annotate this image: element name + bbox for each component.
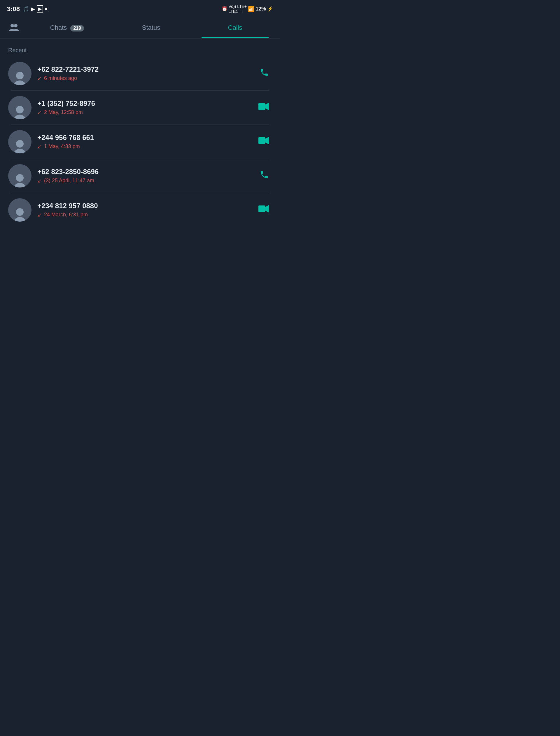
call-item[interactable]: +1 (352) 752-8976 ↙ 2 May, 12:58 pm — [3, 91, 277, 125]
status-bar: 3:08 🎵 ▶ ▶ ⏰ Vo)) LTE+LTE1 ↑↑ 📶 12% ⚡ — [0, 0, 280, 17]
avatar — [8, 198, 31, 222]
incoming-arrow-icon: ↙ — [37, 75, 42, 82]
battery-icon: ⚡ — [267, 6, 273, 12]
call-detail: ↙ (3) 25 April, 11:47 am — [37, 178, 251, 184]
alarm-icon: ⏰ — [222, 6, 227, 12]
svg-marker-7 — [265, 205, 269, 213]
call-info: +1 (352) 752-8976 ↙ 2 May, 12:58 pm — [37, 99, 250, 116]
svg-marker-3 — [265, 103, 269, 110]
battery-text: 12% — [255, 6, 266, 12]
tab-status-label: Status — [142, 24, 160, 31]
call-number: +244 956 768 661 — [37, 134, 250, 142]
network-label: Vo)) LTE+LTE1 ↑↑ — [229, 4, 247, 14]
call-list: +62 822-7221-3972 ↙ 6 minutes ago +1 (35… — [0, 57, 280, 227]
call-time: 6 minutes ago — [44, 75, 77, 81]
call-time: 24 March, 6:31 pm — [44, 212, 88, 218]
call-number: +1 (352) 752-8976 — [37, 99, 250, 108]
incoming-arrow-icon: ↙ — [37, 178, 42, 184]
avatar — [8, 62, 31, 85]
call-number: +62 822-7221-3972 — [37, 65, 251, 74]
avatar — [8, 164, 31, 188]
call-detail: ↙ 1 May, 4:33 pm — [37, 144, 250, 150]
call-item[interactable]: +62 822-7221-3972 ↙ 6 minutes ago — [3, 57, 277, 90]
call-time: 2 May, 12:58 pm — [44, 109, 83, 116]
tab-chats[interactable]: Chats 219 — [25, 18, 109, 38]
call-info: +244 956 768 661 ↙ 1 May, 4:33 pm — [37, 134, 250, 150]
tab-calls-label: Calls — [228, 24, 242, 31]
play-icon: ▶ — [37, 5, 43, 13]
notification-dot — [45, 8, 47, 10]
nav-tabs: Chats 219 Status Calls — [0, 17, 280, 39]
media-icon: 🎵 — [23, 6, 29, 12]
incoming-arrow-icon: ↙ — [37, 212, 42, 218]
tab-calls[interactable]: Calls — [193, 18, 277, 38]
call-video-button[interactable] — [255, 202, 272, 218]
tab-status[interactable]: Status — [109, 18, 193, 38]
call-phone-button[interactable] — [257, 65, 272, 82]
incoming-arrow-icon: ↙ — [37, 109, 42, 116]
status-bar-right: ⏰ Vo)) LTE+LTE1 ↑↑ 📶 12% ⚡ — [222, 4, 273, 14]
call-video-button[interactable] — [255, 99, 272, 116]
call-item[interactable]: +244 956 768 661 ↙ 1 May, 4:33 pm — [3, 125, 277, 159]
status-time: 3:08 — [7, 5, 20, 13]
svg-marker-5 — [265, 137, 269, 144]
chats-badge: 219 — [70, 25, 84, 32]
avatar — [8, 96, 31, 119]
call-info: +62 822-7221-3972 ↙ 6 minutes ago — [37, 65, 251, 82]
call-item[interactable]: +234 812 957 0880 ↙ 24 March, 6:31 pm — [3, 193, 277, 227]
status-icons: 🎵 ▶ ▶ — [23, 5, 47, 13]
svg-rect-6 — [258, 206, 265, 212]
svg-point-0 — [11, 24, 14, 27]
navigation-icon: ▶ — [31, 6, 35, 12]
call-phone-button[interactable] — [257, 167, 272, 184]
call-number: +234 812 957 0880 — [37, 202, 250, 210]
call-video-button[interactable] — [255, 133, 272, 150]
avatar — [8, 130, 31, 153]
call-detail: ↙ 24 March, 6:31 pm — [37, 212, 250, 218]
svg-rect-4 — [258, 137, 265, 144]
incoming-arrow-icon: ↙ — [37, 144, 42, 150]
call-time: (3) 25 April, 11:47 am — [44, 178, 94, 184]
contacts-icon-button[interactable] — [3, 17, 25, 39]
section-header-recent: Recent — [0, 39, 280, 57]
call-info: +234 812 957 0880 ↙ 24 March, 6:31 pm — [37, 202, 250, 218]
tab-chats-label: Chats — [50, 24, 67, 31]
call-number: +62 823-2850-8696 — [37, 168, 251, 176]
call-item[interactable]: +62 823-2850-8696 ↙ (3) 25 April, 11:47 … — [3, 159, 277, 193]
call-detail: ↙ 6 minutes ago — [37, 75, 251, 82]
svg-rect-2 — [258, 103, 265, 110]
signal-icon: 📶 — [248, 6, 254, 12]
call-info: +62 823-2850-8696 ↙ (3) 25 April, 11:47 … — [37, 168, 251, 184]
call-detail: ↙ 2 May, 12:58 pm — [37, 109, 250, 116]
svg-point-1 — [14, 24, 17, 27]
call-time: 1 May, 4:33 pm — [44, 144, 80, 150]
